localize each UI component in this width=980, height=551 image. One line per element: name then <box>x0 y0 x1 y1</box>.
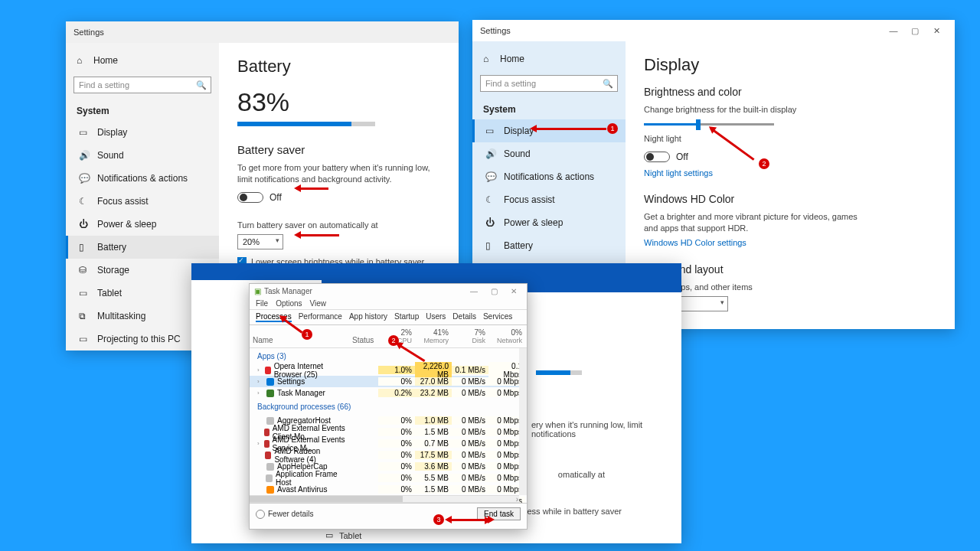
menu-options[interactable]: Options <box>276 299 302 308</box>
disk-cell: 0 MB/s <box>452 474 488 482</box>
disk-cell: 0 MB/s <box>452 416 488 425</box>
nav-home[interactable]: ⌂ Home <box>66 49 219 72</box>
disk-cell: 0 MB/s <box>452 451 488 459</box>
process-row[interactable]: Application Frame Host0%5.5 MB0 MB/s0 Mb… <box>250 472 527 484</box>
tab-performance[interactable]: Performance <box>299 312 342 322</box>
battery-percent: 83% <box>237 87 440 117</box>
nav-icon: ☾ <box>79 196 90 207</box>
tab-app-history[interactable]: App history <box>349 312 387 322</box>
sidebar-item-label: Projecting to this PC <box>97 334 181 344</box>
search-icon: 🔍 <box>603 79 613 89</box>
memory-cell: 23.2 MB <box>415 389 452 397</box>
tab-users[interactable]: Users <box>426 312 446 322</box>
brightness-label: Change brightness for the built-in displ… <box>644 104 866 116</box>
auto-on-dropdown[interactable]: 20% <box>237 234 283 249</box>
nav-home[interactable]: ⌂ Home <box>472 47 626 70</box>
search-input[interactable]: Find a setting <box>480 75 618 92</box>
night-light-settings-link[interactable]: Night light settings <box>644 168 936 178</box>
process-row[interactable]: Avast Antivirus0%1.5 MB0 MB/s0 Mbps <box>250 484 527 495</box>
process-row[interactable]: ›Settings0%27.0 MB0 MB/s0 Mbps <box>250 376 527 387</box>
nav-icon: ▭ <box>79 288 90 298</box>
memory-cell: 1.0 MB <box>415 416 452 425</box>
ghost-text-1: ery when it's running low, limit notific… <box>531 420 662 439</box>
disk-cell: 0 MB/s <box>452 377 488 386</box>
sidebar-item-label: Power & sleep <box>504 217 563 228</box>
annotation-arrow <box>296 187 328 190</box>
annotation-arrowhead <box>488 516 498 523</box>
sidebar-item-notifications-actions[interactable]: 💬Notifications & actions <box>472 165 626 188</box>
sidebar-item-label: Battery <box>504 240 533 251</box>
fewer-details-label: Fewer details <box>268 510 313 518</box>
cpu-cell: 0% <box>378 485 415 494</box>
expand-icon[interactable]: › <box>257 390 263 396</box>
expand-icon[interactable]: › <box>257 367 262 373</box>
close-button[interactable]: ✕ <box>505 287 522 295</box>
disk-cell: 0 MB/s <box>452 462 488 471</box>
process-row[interactable]: ›Task Manager0.2%23.2 MB0 MB/s0 Mbps <box>250 387 527 399</box>
toggle-label: Off <box>270 192 282 203</box>
search-input[interactable]: Find a setting <box>74 77 211 93</box>
annotation-badge-2: 2 <box>759 158 769 169</box>
sidebar-item-focus-assist[interactable]: ☾Focus assist <box>66 190 219 213</box>
col-memory[interactable]: 41%Memory <box>415 328 452 346</box>
process-group: Background processes (66) <box>250 399 527 415</box>
annotation-badge-2: 2 <box>388 335 399 346</box>
sidebar-item-notifications-actions[interactable]: 💬Notifications & actions <box>66 167 219 190</box>
expand-icon[interactable]: › <box>257 378 263 385</box>
night-light-toggle[interactable] <box>644 152 670 162</box>
sidebar-item-sound[interactable]: 🔊Sound <box>472 142 626 165</box>
col-name[interactable]: Name <box>250 334 349 346</box>
sidebar-item-label: Focus assist <box>504 194 555 205</box>
sidebar-item-power-sleep[interactable]: ⏻Power & sleep <box>472 211 626 234</box>
menu-file[interactable]: File <box>256 299 268 308</box>
minimize-button[interactable]: — <box>883 26 904 35</box>
maximize-button[interactable]: ▢ <box>485 287 502 295</box>
nav-icon: ⏻ <box>485 217 496 228</box>
sidebar-item-power-sleep[interactable]: ⏻Power & sleep <box>66 213 219 236</box>
process-row[interactable]: ›Opera Internet Browser (25)1.0%2,226.0 … <box>250 364 527 376</box>
app-title: Settings <box>74 28 104 37</box>
col-status[interactable]: Status <box>349 334 378 346</box>
sidebar-item-focus-assist[interactable]: ☾Focus assist <box>472 188 626 211</box>
annotation-arrow <box>296 234 339 236</box>
sidebar-item-battery[interactable]: ▯Battery <box>472 234 626 257</box>
tm-title-text: Task Manager <box>264 287 312 295</box>
hdcolor-link[interactable]: Windows HD Color settings <box>644 238 746 247</box>
section-battery-saver: Battery saver <box>237 143 440 156</box>
titlebar: Settings <box>66 21 459 43</box>
horizontal-scrollbar[interactable]: ‹ › <box>250 495 519 503</box>
disk-cell: 0 MB/s <box>452 439 488 448</box>
fewer-details-button[interactable]: Fewer details <box>256 510 313 519</box>
menu-view[interactable]: View <box>310 299 327 308</box>
maximize-button[interactable]: ▢ <box>904 26 926 36</box>
tab-services[interactable]: Services <box>483 312 512 322</box>
nav-icon: ⛁ <box>79 265 90 276</box>
process-name: Opera Internet Browser (25) <box>274 362 346 379</box>
tab-startup[interactable]: Startup <box>394 312 419 322</box>
memory-cell: 0.7 MB <box>415 439 452 448</box>
col-network[interactable]: 0%Network <box>488 328 525 346</box>
sidebar-item-label: Notifications & actions <box>504 171 594 182</box>
sidebar-item-label: Focus assist <box>97 196 149 207</box>
nav-icon: ☾ <box>485 194 496 205</box>
night-light-state: Off <box>676 152 688 162</box>
sidebar-item-battery[interactable]: ▯Battery <box>66 236 219 259</box>
tab-details[interactable]: Details <box>452 312 476 322</box>
close-button[interactable]: ✕ <box>926 26 947 36</box>
nav-icon: ▭ <box>79 127 90 138</box>
battery-bar <box>237 122 375 126</box>
tm-menubar: FileOptionsView <box>250 298 527 310</box>
annotation-badge-1: 1 <box>607 123 618 134</box>
cpu-cell: 0% <box>378 428 415 436</box>
sidebar-item-sound[interactable]: 🔊Sound <box>66 144 219 167</box>
process-row[interactable]: AMD Radeon Software (4)0%17.5 MB0 MB/s0 … <box>250 449 527 461</box>
col-disk[interactable]: 7%Disk <box>452 328 488 346</box>
vertical-scrollbar[interactable] <box>519 348 527 495</box>
sidebar-item-display[interactable]: ▭Display <box>66 121 219 144</box>
app-title: Settings <box>480 26 511 35</box>
battery-saver-toggle[interactable] <box>237 192 263 203</box>
section-brightness: Brightness and color <box>644 86 936 98</box>
minimize-button[interactable]: — <box>466 287 482 295</box>
cpu-cell: 0% <box>378 416 415 425</box>
sidebar-item-display[interactable]: ▭Display <box>472 119 626 142</box>
